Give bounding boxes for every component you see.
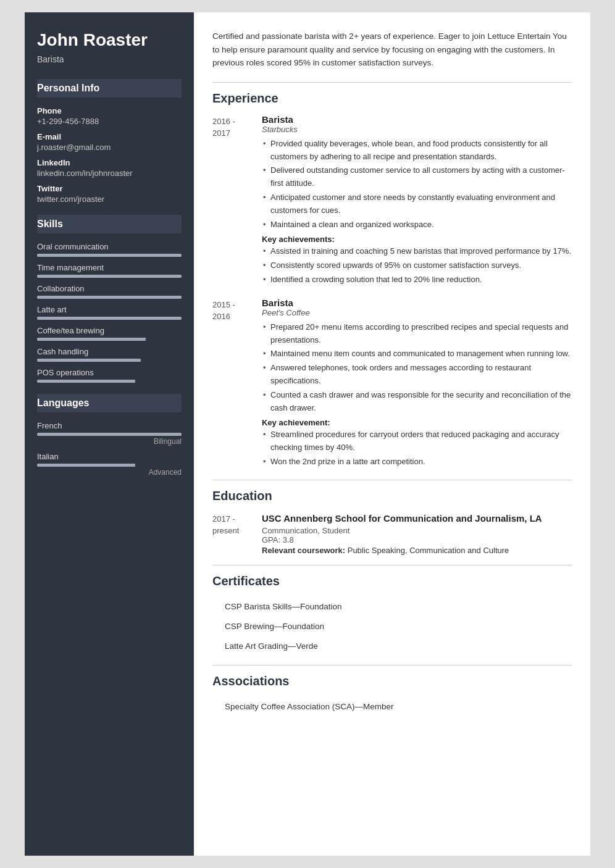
certificates-list: CSP Barista Skills—Foundation CSP Brewin… <box>212 597 572 657</box>
phone-label: Phone <box>37 106 182 115</box>
skill-bar-collaboration <box>37 296 182 299</box>
twitter-label: Twitter <box>37 184 182 193</box>
divider-certificates <box>212 565 572 565</box>
education-1-gpa: GPA: 3.8 <box>262 535 572 545</box>
experience-2-title: Barista <box>262 298 572 308</box>
exp1-key-achievements-label: Key achievements: <box>262 235 572 244</box>
education-1-content: USC Annenberg School for Communication a… <box>262 512 572 555</box>
lang-french-level: Bilingual <box>37 437 182 446</box>
skill-coffee-brewing: Coffee/tea brewing <box>37 326 182 335</box>
skill-bar-cash-handling <box>37 359 182 362</box>
assoc-1: Specialty Coffee Association (SCA)—Membe… <box>212 697 572 717</box>
exp2-achievement-bullets: Streamlined procedures for carryout orde… <box>262 428 572 468</box>
experience-2-date: 2015 -2016 <box>212 298 262 470</box>
education-entry-1: 2017 -present USC Annenberg School for C… <box>212 512 572 555</box>
skill-bar-oral-comm <box>37 254 182 257</box>
exp1-bullet-1: Provided quality beverages, whole bean, … <box>262 138 572 164</box>
main-content: Certified and passionate barista with 2+… <box>194 12 590 856</box>
exp1-bullet-2: Delivered outstanding customer service t… <box>262 164 572 190</box>
linkedin-label: LinkedIn <box>37 158 182 167</box>
email-label: E-mail <box>37 132 182 141</box>
experience-section-title: Experience <box>212 91 572 106</box>
candidate-name: John Roaster <box>37 30 182 51</box>
languages-list: French Bilingual Italian Advanced <box>37 421 182 477</box>
linkedin-value: linkedin.com/in/johnroaster <box>37 169 182 178</box>
experience-entry-2: 2015 -2016 Barista Peet's Coffee Prepare… <box>212 298 572 470</box>
experience-1-bullets: Provided quality beverages, whole bean, … <box>262 138 572 232</box>
skill-time-mgmt: Time management <box>37 263 182 272</box>
exp1-ach-1: Assisted in training and coaching 5 new … <box>262 245 572 258</box>
twitter-value: twitter.com/jroaster <box>37 194 182 204</box>
divider-associations <box>212 665 572 666</box>
education-1-coursework: Relevant coursework: Public Speaking, Co… <box>262 546 572 555</box>
experience-2-bullets: Prepared 20+ menu items according to pre… <box>262 321 572 415</box>
summary-text: Certified and passionate barista with 2+… <box>212 30 572 70</box>
exp1-bullet-3: Anticipated customer and store needs by … <box>262 191 572 217</box>
exp2-ach-1: Streamlined procedures for carryout orde… <box>262 428 572 454</box>
exp2-bullet-4: Counted a cash drawer and was responsibl… <box>262 389 572 415</box>
experience-1-content: Barista Starbucks Provided quality bever… <box>262 114 572 288</box>
lang-italian: Italian <box>37 452 182 461</box>
resume-container: John Roaster Barista Personal Info Phone… <box>25 12 590 856</box>
phone-value: +1-299-456-7888 <box>37 117 182 126</box>
experience-entry-1: 2016 -2017 Barista Starbucks Provided qu… <box>212 114 572 288</box>
lang-italian-level: Advanced <box>37 468 182 477</box>
skill-latte-art: Latte art <box>37 305 182 314</box>
candidate-title: Barista <box>37 54 182 64</box>
exp1-achievement-bullets: Assisted in training and coaching 5 new … <box>262 245 572 286</box>
personal-fields: Phone +1-299-456-7888 E-mail j.roaster@g… <box>37 106 182 204</box>
skill-bar-italian <box>37 464 182 467</box>
associations-list: Specialty Coffee Association (SCA)—Membe… <box>212 697 572 717</box>
experience-2-content: Barista Peet's Coffee Prepared 20+ menu … <box>262 298 572 470</box>
exp1-ach-3: Identified a crowding solution that led … <box>262 273 572 286</box>
divider-education <box>212 480 572 480</box>
skill-collaboration: Collaboration <box>37 284 182 293</box>
education-1-date: 2017 -present <box>212 512 262 555</box>
skills-list: Oral communication Time management Colla… <box>37 242 182 383</box>
email-value: j.roaster@gmail.com <box>37 143 182 152</box>
exp2-bullet-1: Prepared 20+ menu items according to pre… <box>262 321 572 347</box>
sidebar: John Roaster Barista Personal Info Phone… <box>25 12 194 856</box>
experience-1-company: Starbucks <box>262 125 572 134</box>
experience-1-title: Barista <box>262 114 572 125</box>
skill-bar-time-mgmt <box>37 275 182 278</box>
skill-bar-french <box>37 433 182 436</box>
cert-3: Latte Art Grading—Verde <box>212 636 572 656</box>
lang-french: French <box>37 421 182 430</box>
exp1-bullet-4: Maintained a clean and organized workspa… <box>262 219 572 232</box>
education-1-school: USC Annenberg School for Communication a… <box>262 512 572 525</box>
education-section-title: Education <box>212 489 572 503</box>
exp2-bullet-3: Answered telephones, took orders and mes… <box>262 362 572 388</box>
exp1-ach-2: Consistently scored upwards of 95% on cu… <box>262 259 572 272</box>
skill-bar-pos-ops <box>37 380 182 383</box>
experience-2-company: Peet's Coffee <box>262 308 572 317</box>
certificates-section-title: Certificates <box>212 574 572 588</box>
skill-bar-latte-art <box>37 317 182 320</box>
cert-2: CSP Brewing—Foundation <box>212 617 572 636</box>
experience-1-date: 2016 -2017 <box>212 114 262 288</box>
skill-cash-handling: Cash handling <box>37 347 182 356</box>
associations-section-title: Associations <box>212 674 572 688</box>
cert-1: CSP Barista Skills—Foundation <box>212 597 572 617</box>
skill-oral-comm: Oral communication <box>37 242 182 251</box>
skill-pos-ops: POS operations <box>37 368 182 377</box>
skills-section-title: Skills <box>37 215 182 233</box>
exp2-bullet-2: Maintained menu item counts and communic… <box>262 348 572 361</box>
skill-bar-coffee-brewing <box>37 338 182 341</box>
divider-experience <box>212 82 572 83</box>
education-1-degree: Communication, Student <box>262 526 572 535</box>
exp2-key-achievement-label: Key achievement: <box>262 418 572 427</box>
languages-section-title: Languages <box>37 394 182 412</box>
exp2-ach-2: Won the 2nd prize in a latte art competi… <box>262 456 572 469</box>
personal-info-section-title: Personal Info <box>37 79 182 98</box>
